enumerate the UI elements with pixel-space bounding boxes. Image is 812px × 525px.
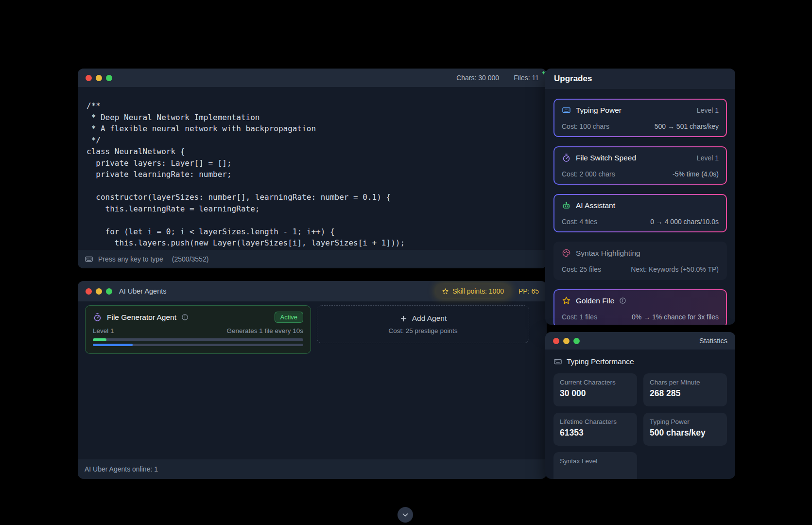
stat-value: 30 000 [560,388,631,399]
chevron-down-icon [401,510,410,519]
upgrade-file-switch-speed[interactable]: File Switch Speed Level 1 Cost: 2 000 ch… [553,146,727,185]
code-line: */ [86,135,538,146]
keyboard-icon [85,255,93,263]
window-title: AI Uber Agents [119,287,167,295]
code-line: class NeuralNetwork { [86,146,538,158]
panel-title: Upgrades [554,74,592,84]
skill-points-label: Skill points: 1000 [452,287,504,295]
star-icon [562,296,571,305]
editor-titlebar: Chars: 30 000 Files: 11 +1 [78,69,547,87]
stat-label: Current Characters [560,379,631,386]
info-icon[interactable] [619,297,626,304]
traffic-lights [86,288,112,295]
agent-status-badge: Active [275,312,303,323]
plus-icon [399,315,408,323]
upgrade-level: Level 1 [697,154,719,162]
upgrade-effect: -5% time (4.0s) [673,170,719,178]
add-agent-button[interactable]: Add Agent Cost: 25 prestige points [317,305,529,343]
typing-prompt: Press any key to type [98,255,163,263]
minimize-button[interactable] [96,75,102,81]
agents-statusbar: AI Uber Agents online: 1 [78,459,547,479]
upgrade-name: Golden File [576,297,614,305]
stat-chars-per-minute: Chars per Minute 268 285 [643,373,727,406]
code-line: /** [86,100,538,112]
maximize-button[interactable] [106,288,112,295]
upgrade-golden-file[interactable]: Golden File Cost: 1 files 0% → 1% chance… [553,289,727,325]
agent-level: Level 1 [93,327,114,334]
stat-label: Lifetime Characters [560,418,631,425]
code-line: private learningRate: number; [86,169,538,180]
stopwatch-icon [93,313,102,322]
close-button[interactable] [553,338,559,344]
close-button[interactable] [86,288,92,295]
stat-current-characters: Current Characters 30 000 [553,373,637,406]
stats-titlebar: Statistics [545,332,735,350]
keyboard-icon [562,105,571,115]
agent-cycle-progressbar [93,344,303,346]
upgrade-typing-power[interactable]: Typing Power Level 1 Cost: 100 chars 500… [553,99,727,137]
palette-icon [562,248,571,258]
keyboard-icon [553,357,562,366]
traffic-lights [86,75,112,81]
upgrade-effect: 0% → 1% chance for 3x files [632,313,719,321]
stopwatch-icon [562,153,571,162]
minimize-button[interactable] [96,288,102,295]
code-area[interactable]: /** * Deep Neural Network Implementation… [78,87,547,250]
minimize-button[interactable] [563,338,570,344]
window-title: Statistics [699,337,727,345]
code-editor-window: Chars: 30 000 Files: 11 +1 /** * Deep Ne… [78,69,547,268]
file-generator-agent-card[interactable]: File Generator Agent Active Level 1 Gene… [85,305,311,354]
upgrade-effect: 500 → 501 chars/key [655,122,719,130]
upgrade-ai-assistant[interactable]: AI Assistant Cost: 4 files 0 → 4 000 cha… [553,194,727,232]
upgrade-effect: 0 → 4 000 chars/10.0s [650,218,719,226]
file-progress-count: (2500/3552) [172,255,209,263]
info-icon[interactable] [181,314,189,321]
statistics-window: Statistics Typing Performance Current Ch… [545,332,735,479]
stats-section-title: Typing Performance [567,357,634,366]
code-line: constructor(layerSizes: number[], learni… [86,192,538,203]
star-icon [442,288,449,295]
stat-label: Chars per Minute [650,379,721,386]
stat-syntax-level: Syntax Level [553,452,637,479]
agent-cycle-progress-fill [93,344,133,346]
agent-name: File Generator Agent [107,313,176,322]
stat-label: Typing Power [650,418,721,425]
upgrade-cost: Cost: 1 files [562,313,597,321]
files-count: Files: 11 [514,74,539,82]
upgrades-panel: Upgrades Typing Power Level 1 Cost: 100 … [545,69,735,325]
prestige-points-label: PP: 65 [518,287,539,295]
code-line: this.layers.push(new Layer(layerSizes[i]… [86,237,538,249]
code-line [86,180,538,192]
code-line: * Deep Neural Network Implementation [86,112,538,123]
chars-count: Chars: 30 000 [456,74,499,82]
agent-rate: Generates 1 file every 10s [226,327,303,334]
editor-statusbar: Press any key to type (2500/3552) [78,250,547,268]
stat-label: Syntax Level [560,457,631,465]
stat-typing-power: Typing Power 500 chars/key [643,413,727,446]
traffic-lights [553,338,580,344]
code-line: this.learningRate = learningRate; [86,203,538,215]
code-line: private layers: Layer[] = []; [86,158,538,169]
upgrades-header: Upgrades [545,69,735,89]
upgrade-name: File Switch Speed [576,154,636,162]
maximize-button[interactable] [106,75,112,81]
agent-file-progressbar [93,338,303,341]
upgrade-cost: Cost: 100 chars [562,122,609,130]
upgrade-effect: Next: Keywords (+50.0% TP) [631,265,719,273]
agents-titlebar: AI Uber Agents Skill points: 1000 PP: 65 [78,281,547,301]
ai-agents-window: AI Uber Agents Skill points: 1000 PP: 65 [78,281,547,479]
upgrade-cost: Cost: 2 000 chars [562,170,615,178]
stat-lifetime-characters: Lifetime Characters 61353 [553,413,637,446]
close-button[interactable] [86,75,92,81]
stat-value: 500 chars/key [650,428,721,438]
upgrade-name: Typing Power [576,106,622,115]
upgrade-cost: Cost: 25 files [562,265,601,273]
maximize-button[interactable] [573,338,580,344]
upgrade-name: AI Assistant [576,201,615,210]
add-agent-cost: Cost: 25 prestige points [389,327,458,334]
scroll-down-button[interactable] [397,507,413,523]
upgrade-syntax-highlighting[interactable]: Syntax Highlighting Cost: 25 files Next:… [553,242,727,280]
stat-value: 268 285 [650,388,721,399]
skill-points-badge: Skill points: 1000 [436,284,510,298]
robot-icon [562,201,571,210]
